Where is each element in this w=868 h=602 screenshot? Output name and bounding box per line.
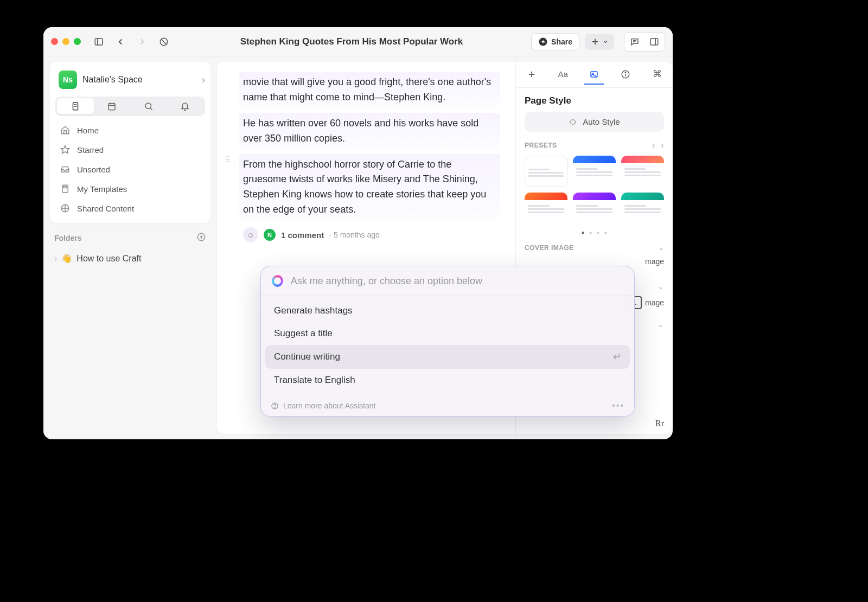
- share-button[interactable]: Share: [531, 33, 579, 50]
- nav-item-shared[interactable]: Shared Content: [55, 198, 205, 218]
- comment-count[interactable]: 1 comment: [281, 230, 324, 240]
- folder-emoji: 👋: [61, 253, 72, 264]
- space-name: Natalie's Space: [82, 75, 196, 85]
- paragraph-text: From the highschool horror story of Carr…: [243, 159, 486, 215]
- preset-grid: [525, 156, 664, 224]
- svg-marker-20: [61, 146, 69, 153]
- nav-label: Shared Content: [77, 204, 134, 213]
- sidebar-tab-notifications[interactable]: [167, 98, 204, 114]
- cover-option-label: mage: [645, 257, 664, 266]
- close-window-button[interactable]: [51, 38, 58, 45]
- rtab-add[interactable]: [522, 65, 541, 85]
- presets-next-button[interactable]: ›: [661, 140, 664, 150]
- toggle-right-panel-button[interactable]: [645, 34, 663, 50]
- style-icon: [589, 69, 599, 79]
- ai-option-label: Suggest a title: [274, 328, 333, 339]
- star-icon: [60, 145, 71, 155]
- ai-assistant-popup: Generate hashtags Suggest a title Contin…: [260, 266, 635, 417]
- paragraph[interactable]: movie that will give you a good fright, …: [239, 72, 500, 108]
- preset-1[interactable]: [525, 156, 567, 187]
- presets-label: PRESETS: [525, 142, 557, 149]
- plus-icon: [590, 37, 600, 47]
- ai-option-hashtags[interactable]: Generate hashtags: [265, 299, 630, 322]
- toggle-sidebar-button[interactable]: [91, 34, 107, 50]
- add-folder-button[interactable]: [196, 232, 206, 244]
- preset-5[interactable]: [573, 193, 616, 224]
- chevron-down-icon[interactable]: ⌄: [659, 244, 665, 252]
- sparkle-icon: [569, 118, 577, 126]
- chevron-down-icon: ⌄: [658, 282, 664, 291]
- preset-2[interactable]: [573, 156, 616, 187]
- sidebar-card: Ns Natalie's Space ››: [50, 62, 210, 223]
- sidebar-tab-search[interactable]: [130, 98, 167, 114]
- folder-item-howto[interactable]: › 👋 How to use Craft: [50, 249, 210, 268]
- cover-image-option[interactable]: mage: [525, 257, 664, 266]
- nav-back-button[interactable]: [112, 34, 129, 50]
- nav-item-starred[interactable]: Starred: [55, 140, 205, 159]
- avatar: N: [264, 229, 276, 241]
- no-sync-icon[interactable]: [156, 34, 172, 50]
- ai-prompt-input[interactable]: [291, 276, 623, 287]
- plus-circle-icon: [196, 232, 206, 242]
- comment-row[interactable]: ☺ N 1 comment · 5 months ago: [239, 225, 500, 245]
- svg-point-33: [626, 72, 627, 73]
- ai-option-translate[interactable]: Translate to English: [265, 369, 630, 392]
- ai-option-label: Generate hashtags: [274, 305, 353, 316]
- space-switcher[interactable]: Ns Natalie's Space ››: [55, 67, 205, 92]
- comment-date: · 5 months ago: [329, 230, 380, 239]
- preset-4[interactable]: [525, 193, 567, 224]
- preset-6[interactable]: [621, 193, 664, 224]
- calendar-icon: [107, 101, 117, 111]
- nav-item-unsorted[interactable]: Unsorted: [55, 159, 205, 179]
- svg-point-18: [145, 103, 151, 109]
- nav-label: Starred: [77, 145, 104, 155]
- drag-handle-icon[interactable]: ⠿: [225, 158, 231, 162]
- cover-image-header: COVER IMAGE ⌄: [525, 244, 664, 252]
- plus-icon: [527, 69, 537, 79]
- nav-item-templates[interactable]: My Templates: [55, 179, 205, 198]
- comments-button[interactable]: [626, 34, 644, 50]
- rtab-text[interactable]: Aa: [553, 65, 573, 85]
- preset-3[interactable]: [621, 156, 664, 187]
- doc-icon: [71, 101, 80, 111]
- minimize-window-button[interactable]: [62, 38, 69, 45]
- ai-orb-icon: [272, 275, 283, 287]
- zoom-window-button[interactable]: [74, 38, 81, 45]
- rtab-style[interactable]: [584, 65, 604, 85]
- titlebar-right-group: [624, 32, 665, 52]
- ai-footer: Learn more about Assistant •••: [261, 395, 634, 416]
- templates-icon: [60, 184, 71, 194]
- nav-item-home[interactable]: Home: [55, 120, 205, 140]
- doc-title: Stephen King Quotes From His Most Popula…: [177, 36, 526, 47]
- presets-header: PRESETS ‹ ›: [525, 140, 664, 150]
- ai-option-title[interactable]: Suggest a title: [265, 322, 630, 345]
- nav-label: Unsorted: [77, 165, 110, 174]
- add-reaction-button[interactable]: ☺: [243, 227, 258, 242]
- nav-label: My Templates: [77, 184, 127, 194]
- new-doc-button[interactable]: [585, 34, 614, 50]
- cover-label: COVER IMAGE: [525, 244, 574, 252]
- rtab-info[interactable]: [616, 65, 635, 85]
- chevron-right-icon: ›: [54, 254, 57, 264]
- sidebar-tab-docs[interactable]: [57, 98, 94, 114]
- rtab-shortcuts[interactable]: ⌘: [647, 65, 667, 85]
- paragraph[interactable]: He has written over 60 novels and his wo…: [239, 113, 500, 150]
- titlebar: Stephen King Quotes From His Most Popula…: [43, 27, 673, 56]
- chevron-down-icon: [602, 39, 609, 45]
- nav-forward-button[interactable]: [134, 34, 150, 50]
- shared-icon: [60, 203, 71, 213]
- auto-style-label: Auto Style: [583, 117, 620, 126]
- ai-option-continue[interactable]: Continue writing ↵: [265, 345, 630, 369]
- auto-style-button[interactable]: Auto Style: [525, 112, 664, 132]
- svg-rect-22: [63, 187, 67, 188]
- sidebar-tab-calendar[interactable]: [94, 98, 131, 114]
- bell-icon: [180, 101, 190, 111]
- svg-rect-14: [108, 104, 115, 110]
- chevron-down-icon: ⌄: [658, 320, 664, 329]
- sidebar-tabs: [55, 97, 205, 116]
- paragraph[interactable]: ⠿ From the highschool horror story of Ca…: [239, 154, 500, 221]
- preset-page-dots[interactable]: ●●●●: [525, 229, 664, 235]
- presets-prev-button[interactable]: ‹: [652, 140, 655, 150]
- ai-more-button[interactable]: •••: [612, 401, 624, 411]
- ai-learn-more-link[interactable]: Learn more about Assistant: [271, 401, 375, 410]
